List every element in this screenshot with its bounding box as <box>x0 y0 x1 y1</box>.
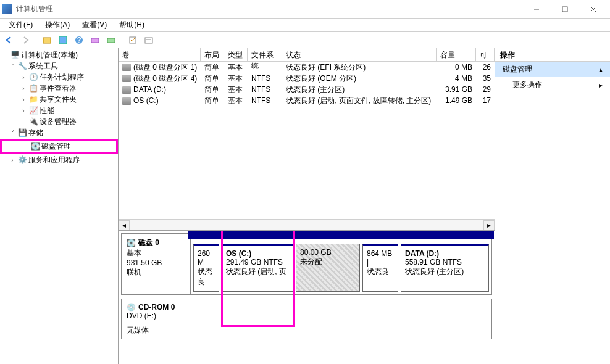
part-size: 864 MB | <box>367 249 394 267</box>
disk-0-label: 💽磁盘 0 基本 931.50 GB 联机 <box>122 234 191 294</box>
tool-bar: ? <box>0 32 610 48</box>
col-filesystem[interactable]: 文件系统 <box>248 48 282 61</box>
partition-oem[interactable]: 864 MB | 状态良 <box>362 244 398 292</box>
svg-rect-9 <box>107 38 115 43</box>
drive-icon <box>122 97 131 105</box>
actions-pane: 操作 磁盘管理 ▴ 更多操作 ▸ <box>495 48 610 364</box>
volume-list: 卷 布局 类型 文件系统 状态 容量 可 (磁盘 0 磁盘分区 1) 简单 基本… <box>119 48 495 231</box>
tb-icon-3[interactable] <box>88 33 102 47</box>
scroll-track[interactable] <box>130 220 483 230</box>
partition-os-c[interactable]: OS (C:) 291.49 GB NTFS 状态良好 (启动, 页 <box>222 244 293 292</box>
col-capacity[interactable]: 容量 <box>437 48 476 61</box>
tree-disk-management[interactable]: 💽磁盘管理 <box>2 141 116 152</box>
help-icon[interactable]: ? <box>72 33 86 47</box>
vol-fs: NTFS <box>248 85 282 94</box>
vol-status: 状态良好 (启动, 页面文件, 故障转储, 主分区) <box>282 95 437 107</box>
clock-icon: 🕑 <box>28 72 38 82</box>
cdrom-label: 💿CD-ROM 0 DVD (E:) 无媒体 <box>122 299 491 339</box>
vol-capacity: 3.91 GB <box>437 85 476 94</box>
forward-button[interactable] <box>19 33 32 47</box>
tree-shared-folders[interactable]: ›📁共享文件夹 <box>0 94 118 105</box>
disk-name: 磁盘 0 <box>138 238 159 248</box>
col-volume[interactable]: 卷 <box>119 48 201 61</box>
volume-row[interactable]: (磁盘 0 磁盘分区 1) 简单 基本 状态良好 (EFI 系统分区) 0 MB… <box>119 62 495 73</box>
volume-row[interactable]: OS (C:) 简单 基本 NTFS 状态良好 (启动, 页面文件, 故障转储,… <box>119 95 495 106</box>
drive-icon <box>122 64 131 71</box>
actions-more[interactable]: 更多操作 ▸ <box>495 77 610 93</box>
cdrom-drive: DVD (E:) <box>127 312 487 320</box>
title-bar: 计算机管理 <box>0 0 610 19</box>
vol-layout: 简单 <box>201 62 224 73</box>
tb-icon-5[interactable] <box>126 33 140 47</box>
menu-action[interactable]: 操作(A) <box>39 19 76 31</box>
disk-size: 931.50 GB <box>127 259 185 267</box>
close-button[interactable] <box>579 0 608 19</box>
vol-type: 基本 <box>224 73 248 85</box>
tb-icon-4[interactable] <box>104 33 118 47</box>
tree-performance[interactable]: ›📈性能 <box>0 105 118 116</box>
vol-capacity: 4 MB <box>437 73 476 83</box>
col-status[interactable]: 状态 <box>282 48 437 61</box>
folder-icon: 📁 <box>28 94 38 104</box>
tb-icon-2[interactable] <box>56 33 70 47</box>
tree-event-viewer[interactable]: ›📋事件查看器 <box>0 83 118 94</box>
col-layout[interactable]: 布局 <box>201 48 224 61</box>
minimize-button[interactable] <box>522 0 551 19</box>
cdrom-status: 无媒体 <box>127 325 487 336</box>
disk-status: 联机 <box>127 267 185 278</box>
scroll-left-icon[interactable]: ◂ <box>119 220 130 230</box>
center-pane: 卷 布局 类型 文件系统 状态 容量 可 (磁盘 0 磁盘分区 1) 简单 基本… <box>119 48 495 364</box>
volume-row[interactable]: (磁盘 0 磁盘分区 4) 简单 基本 NTFS 状态良好 (OEM 分区) 4… <box>119 73 495 84</box>
part-name: DATA (D:) <box>405 249 485 258</box>
disk-type: 基本 <box>127 248 185 259</box>
svg-rect-8 <box>91 38 99 43</box>
col-type[interactable]: 类型 <box>224 48 248 61</box>
disk-0-row[interactable]: 💽磁盘 0 基本 931.50 GB 联机 260 M 状态良 OS (C:) … <box>121 233 492 295</box>
tree-system-tools[interactable]: ˅🔧系统工具 <box>0 60 118 72</box>
menu-file[interactable]: 文件(F) <box>2 19 39 31</box>
horizontal-scrollbar[interactable]: ◂ ▸ <box>119 219 495 230</box>
partition-data-d[interactable]: DATA (D:) 558.91 GB NTFS 状态良好 (主分区) <box>401 244 489 292</box>
col-available[interactable]: 可 <box>476 48 495 61</box>
menu-help[interactable]: 帮助(H) <box>113 19 151 31</box>
tree-label: 性能 <box>40 105 54 116</box>
toolbar-separator <box>36 35 36 46</box>
scroll-right-icon[interactable]: ▸ <box>483 220 495 230</box>
chevron-right-icon: ▸ <box>599 81 603 89</box>
menu-view[interactable]: 查看(V) <box>76 19 113 31</box>
vol-name: (磁盘 0 磁盘分区 1) <box>133 63 197 72</box>
event-icon: 📋 <box>28 83 38 93</box>
part-status: 状态良好 (启动, 页 <box>226 267 289 277</box>
svg-rect-5 <box>59 36 67 44</box>
tree-root[interactable]: 🖥️计算机管理(本地) <box>0 49 118 60</box>
maximize-button[interactable] <box>551 0 579 19</box>
part-status: 状态良好 (主分区) <box>405 267 485 277</box>
tb-icon-1[interactable] <box>40 33 54 47</box>
back-button[interactable] <box>2 33 16 47</box>
volume-list-body: (磁盘 0 磁盘分区 1) 简单 基本 状态良好 (EFI 系统分区) 0 MB… <box>119 62 495 219</box>
tree-pane: 🖥️计算机管理(本地) ˅🔧系统工具 ›🕑任务计划程序 ›📋事件查看器 ›📁共享… <box>0 48 119 364</box>
tree-storage[interactable]: ˅💾存储 <box>0 127 118 138</box>
partition-efi[interactable]: 260 M 状态良 <box>193 244 219 292</box>
svg-rect-4 <box>43 38 51 43</box>
drive-icon <box>122 86 131 94</box>
tree-label: 系统工具 <box>28 61 58 72</box>
window-title: 计算机管理 <box>16 4 522 14</box>
tree-label: 存储 <box>28 128 43 138</box>
tree-label: 事件查看器 <box>40 83 77 94</box>
volume-row[interactable]: DATA (D:) 简单 基本 NTFS 状态良好 (主分区) 3.91 GB … <box>119 84 495 95</box>
cdrom-name: CD-ROM 0 <box>138 303 175 312</box>
tree-device-manager[interactable]: 🔌设备管理器 <box>0 116 118 127</box>
partition-unallocated[interactable]: 80.00 GB 未分配 <box>296 244 360 292</box>
vol-avail: 26 <box>476 62 495 72</box>
tree-task-scheduler[interactable]: ›🕑任务计划程序 <box>0 72 118 83</box>
disk-icon: 💽 <box>30 141 40 151</box>
chevron-up-icon: ▴ <box>599 65 603 74</box>
tree-label: 共享文件夹 <box>40 94 77 105</box>
vol-fs <box>248 67 282 68</box>
cdrom-row[interactable]: 💿CD-ROM 0 DVD (E:) 无媒体 <box>121 299 492 339</box>
vol-name: OS (C:) <box>133 96 159 105</box>
actions-diskmgmt[interactable]: 磁盘管理 ▴ <box>495 62 610 77</box>
tb-icon-6[interactable] <box>142 33 156 47</box>
tree-services[interactable]: ›⚙️服务和应用程序 <box>0 154 118 165</box>
